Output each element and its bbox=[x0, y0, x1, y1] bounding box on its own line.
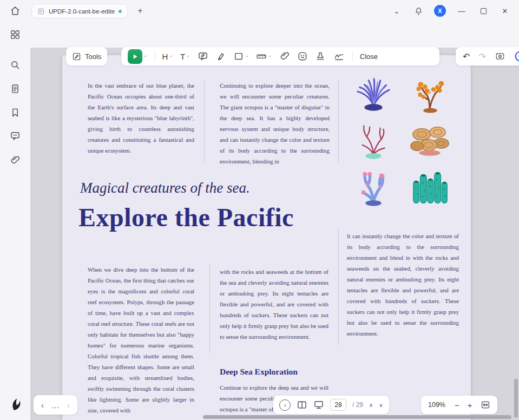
paragraph-intro-pacific: In the vast embrace of our blue planet, … bbox=[88, 80, 194, 156]
bell-icon bbox=[414, 6, 423, 16]
text-tool-label: T bbox=[180, 52, 185, 61]
unsaved-indicator-dot bbox=[119, 10, 122, 13]
maximize-button[interactable] bbox=[472, 0, 494, 22]
grid-menu-icon[interactable] bbox=[10, 29, 21, 40]
notifications-button[interactable] bbox=[408, 0, 429, 22]
chevron-down-icon: ⌄ bbox=[268, 53, 272, 58]
paragraph-camouflage: It can instantly change the color and te… bbox=[347, 231, 459, 339]
home-icon[interactable] bbox=[10, 5, 21, 16]
paragraph-tentacles: with the rocks and seaweeds at the botto… bbox=[220, 266, 329, 342]
horizontal-scrollbar-thumb[interactable] bbox=[203, 415, 511, 419]
tab-title: UPDF-2.0-cant-be-edited bbox=[49, 8, 115, 15]
column-divider bbox=[338, 80, 339, 162]
signature-tool-button[interactable] bbox=[333, 51, 345, 62]
minimize-button[interactable]: — bbox=[451, 0, 472, 22]
coral-image bbox=[402, 118, 457, 163]
page-controls-pill: › / 29 ∧ ∨ bbox=[273, 396, 389, 414]
page-number-input[interactable] bbox=[330, 399, 346, 411]
play-reader-button[interactable]: ⌄ bbox=[128, 49, 148, 64]
redo-button[interactable]: ↷ bbox=[478, 51, 485, 62]
doc-section-heading: Deep Sea Exploration bbox=[220, 367, 298, 377]
coral-image bbox=[346, 165, 401, 210]
chevron-down-icon: ⌄ bbox=[186, 53, 190, 58]
snapshot-icon[interactable] bbox=[495, 51, 505, 62]
paperclip-icon bbox=[279, 51, 290, 62]
next-page-chevron-down[interactable]: ∨ bbox=[379, 402, 383, 408]
close-tools-button[interactable]: Close bbox=[360, 52, 378, 61]
chevron-down-icon: ⌄ bbox=[245, 53, 249, 58]
page-layout-icon[interactable] bbox=[297, 399, 307, 410]
chevron-down-icon: ⌄ bbox=[143, 53, 148, 58]
heading-tool-label: H bbox=[162, 52, 168, 61]
chevron-right-icon: › bbox=[284, 402, 286, 408]
highlighter-tool-button[interactable] bbox=[215, 51, 226, 62]
doc-subtitle: Magical creatures of the sea. bbox=[80, 180, 250, 196]
sticker-smiley-icon bbox=[297, 51, 308, 62]
tools-icon bbox=[72, 52, 81, 61]
heading-tool-button[interactable]: H ⌄ bbox=[162, 52, 173, 61]
play-icon bbox=[128, 49, 142, 64]
zoom-in-button[interactable]: + bbox=[468, 401, 472, 410]
next-page-button[interactable]: › bbox=[67, 401, 70, 410]
blue-pink-coral-image bbox=[349, 166, 398, 208]
zoom-level-label[interactable]: 109% bbox=[428, 401, 446, 409]
red-branch-coral-image bbox=[349, 120, 398, 162]
ruler-icon bbox=[256, 51, 267, 62]
highlighter-icon bbox=[215, 51, 226, 62]
left-sidebar bbox=[0, 0, 30, 420]
purple-anemone-coral-image bbox=[349, 73, 398, 115]
stamp-icon bbox=[315, 51, 326, 62]
close-window-button[interactable]: ✕ bbox=[494, 0, 516, 22]
maximize-icon bbox=[481, 8, 487, 14]
measure-tool-button[interactable]: ⌄ bbox=[256, 51, 272, 62]
shape-tool-button[interactable]: ⌄ bbox=[233, 51, 249, 62]
avatar: X bbox=[434, 5, 446, 17]
comment-tool-button[interactable] bbox=[198, 51, 208, 62]
coral-image bbox=[402, 71, 457, 117]
attach-file-tool-button[interactable] bbox=[279, 51, 290, 62]
fit-to-width-icon[interactable] bbox=[481, 400, 490, 410]
signature-icon bbox=[333, 51, 345, 62]
tools-label: Tools bbox=[85, 52, 101, 61]
new-tab-button[interactable]: + bbox=[134, 5, 146, 17]
square-shape-icon bbox=[233, 51, 244, 62]
document-tab-icon bbox=[37, 8, 45, 15]
updf-logo-icon[interactable] bbox=[10, 397, 23, 411]
titlebar-chevron-down-icon[interactable]: ⌄ bbox=[386, 0, 408, 22]
search-icon[interactable] bbox=[10, 60, 21, 70]
document-tab[interactable]: UPDF-2.0-cant-be-edited bbox=[31, 4, 128, 18]
sticker-tool-button[interactable] bbox=[297, 51, 308, 62]
page-total-label: / 29 bbox=[352, 401, 363, 409]
vertical-scrollbar-thumb[interactable] bbox=[514, 379, 518, 418]
titlebar-controls: ⌄ X — ✕ bbox=[386, 0, 516, 22]
tools-button[interactable]: Tools bbox=[66, 47, 107, 65]
expand-panel-button[interactable]: › bbox=[279, 399, 291, 411]
paragraph-coral-reef: When we dive deep into the bottom of the… bbox=[88, 264, 194, 416]
page-thumbnails-icon[interactable] bbox=[10, 83, 21, 94]
toolbar-divider bbox=[155, 51, 155, 61]
zoom-out-button[interactable]: − bbox=[455, 401, 459, 410]
prev-page-button[interactable]: ‹ bbox=[41, 401, 44, 410]
bookmark-icon[interactable] bbox=[10, 107, 21, 118]
presentation-mode-icon[interactable] bbox=[313, 399, 324, 410]
pdf-page: In the vast embrace of our blue planet, … bbox=[62, 55, 471, 420]
editing-toolbar: ⌄ H ⌄ T ⌄ ⌄ ⌄ bbox=[121, 47, 439, 65]
account-button[interactable]: X bbox=[429, 0, 451, 22]
attachments-icon[interactable] bbox=[10, 155, 21, 166]
previous-page-chevron-up[interactable]: ∧ bbox=[369, 402, 373, 408]
page-nav-pill: ‹ … › bbox=[34, 395, 77, 415]
column-divider bbox=[209, 265, 210, 353]
stamp-tool-button[interactable] bbox=[315, 51, 326, 62]
doc-title: Explore the Pacific bbox=[78, 202, 294, 232]
toolbar-divider bbox=[352, 51, 353, 61]
coral-image bbox=[346, 118, 401, 163]
more-pages-button[interactable]: … bbox=[51, 401, 60, 410]
comments-icon[interactable] bbox=[10, 130, 21, 141]
text-tool-button[interactable]: T ⌄ bbox=[180, 52, 190, 61]
teal-tube-sponge-coral-image bbox=[405, 166, 455, 208]
chevron-down-icon: ⌄ bbox=[169, 53, 173, 58]
comment-pencil-icon bbox=[198, 51, 208, 62]
paragraph-octopus-intro: Continuing to explore deeper into the oc… bbox=[220, 80, 330, 167]
ai-assistant-icon[interactable] bbox=[514, 50, 519, 62]
undo-button[interactable]: ↶ bbox=[463, 51, 470, 62]
